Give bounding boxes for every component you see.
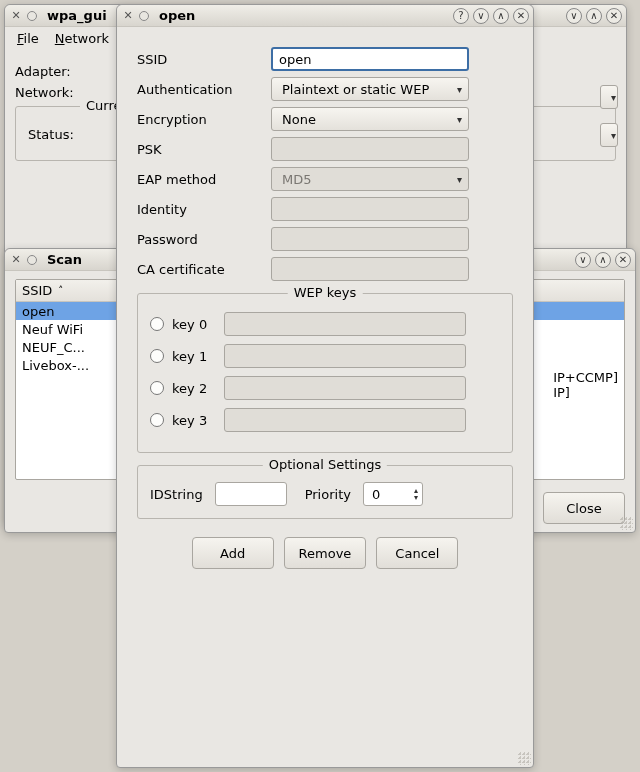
menu-network[interactable]: Network [49,29,115,48]
close-button[interactable]: Close [543,492,625,524]
optional-settings-legend: Optional Settings [263,457,387,472]
password-input [271,227,469,251]
status-label: Status: [28,127,106,142]
ca-certificate-label: CA certificate [137,262,265,277]
app-menu-icon[interactable]: ✕ [9,253,23,267]
maximize-icon[interactable]: ∧ [595,252,611,268]
cancel-button[interactable]: Cancel [376,537,458,569]
help-icon[interactable]: ? [453,8,469,24]
identity-input [271,197,469,221]
wep-key3-input [224,408,466,432]
chevron-down-icon: ▾ [611,130,616,141]
titlebar[interactable]: ✕ open ? ∨ ∧ ✕ [117,5,533,27]
psk-label: PSK [137,142,265,157]
minimize-icon[interactable]: ∨ [575,252,591,268]
priority-label: Priority [305,487,351,502]
resize-grip[interactable] [517,751,531,765]
minimize-icon[interactable]: ∨ [473,8,489,24]
minimize-icon[interactable]: ∨ [566,8,582,24]
wep-key3-label: key 3 [172,413,216,428]
wep-key1-label: key 1 [172,349,216,364]
wep-key3-radio[interactable] [150,413,164,427]
chevron-down-icon: ▾ [457,84,462,95]
wep-keys-group: WEP keys key 0 key 1 key 2 key 3 [137,293,513,453]
close-icon[interactable]: ✕ [606,8,622,24]
ssid-input[interactable] [271,47,469,71]
idstring-input[interactable] [215,482,287,506]
chevron-down-icon: ▾ [611,92,616,103]
idstring-label: IDString [150,487,203,502]
priority-value: 0 [372,487,380,502]
flags-cell: IP+CCMP] [553,370,618,385]
flags-cell: IP] [553,385,618,400]
encryption-combo[interactable]: None ▾ [271,107,469,131]
wep-key0-radio[interactable] [150,317,164,331]
eap-method-combo: MD5 ▾ [271,167,469,191]
chevron-down-icon: ▾ [457,114,462,125]
sort-asc-icon: ˄ [58,285,63,296]
wep-key2-input [224,376,466,400]
add-button[interactable]: Add [192,537,274,569]
close-icon[interactable]: ✕ [615,252,631,268]
wep-key2-label: key 2 [172,381,216,396]
password-label: Password [137,232,265,247]
authentication-combo[interactable]: Plaintext or static WEP ▾ [271,77,469,101]
spinner-down-icon[interactable]: ▾ [414,494,418,501]
window-title: Scan [47,252,82,267]
wep-key0-input [224,312,466,336]
network-config-dialog: ✕ open ? ∨ ∧ ✕ SSID Authentication Plain… [116,4,534,768]
window-title: wpa_gui [47,8,107,23]
priority-spinner[interactable]: 0 ▴ ▾ [363,482,423,506]
window-pin-icon[interactable] [27,255,37,265]
wep-keys-legend: WEP keys [288,285,363,300]
ca-certificate-input [271,257,469,281]
psk-input [271,137,469,161]
auth-label: Authentication [137,82,265,97]
network-combo[interactable]: ▾ [600,123,618,147]
resize-grip[interactable] [619,516,633,530]
remove-button[interactable]: Remove [284,537,367,569]
adapter-label: Adapter: [15,64,93,79]
close-icon[interactable]: ✕ [513,8,529,24]
menu-file[interactable]: File [11,29,45,48]
adapter-combo[interactable]: ▾ [600,85,618,109]
window-pin-icon[interactable] [139,11,149,21]
app-menu-icon[interactable]: ✕ [121,9,135,23]
encryption-label: Encryption [137,112,265,127]
optional-settings-group: Optional Settings IDString Priority 0 ▴ … [137,465,513,519]
window-pin-icon[interactable] [27,11,37,21]
maximize-icon[interactable]: ∧ [493,8,509,24]
window-title: open [159,8,195,23]
app-menu-icon[interactable]: ✕ [9,9,23,23]
ssid-label: SSID [137,52,265,67]
wep-key1-radio[interactable] [150,349,164,363]
identity-label: Identity [137,202,265,217]
wep-key2-radio[interactable] [150,381,164,395]
wep-key0-label: key 0 [172,317,216,332]
chevron-down-icon: ▾ [457,174,462,185]
maximize-icon[interactable]: ∧ [586,8,602,24]
wep-key1-input [224,344,466,368]
eap-method-label: EAP method [137,172,265,187]
